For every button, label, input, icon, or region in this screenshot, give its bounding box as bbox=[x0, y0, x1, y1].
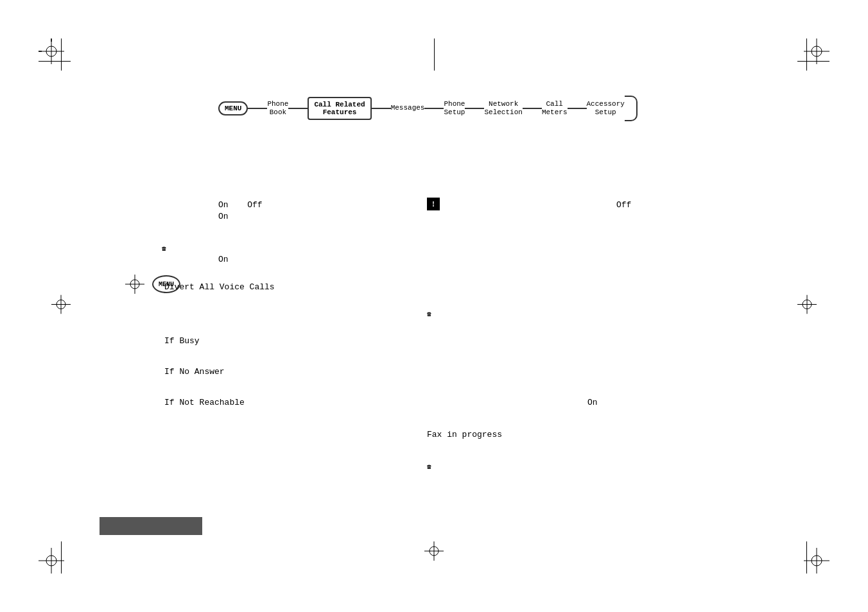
crosshair-left bbox=[125, 275, 144, 294]
on-3: On bbox=[218, 255, 229, 264]
accessory-setup-label: Accessory Setup bbox=[587, 100, 625, 117]
if-no-answer-label: If No Answer bbox=[164, 366, 225, 377]
phone-icon-row3: ☎︎ bbox=[427, 461, 431, 472]
nav-item-phone-setup[interactable]: Phone Setup bbox=[444, 100, 465, 117]
row-on-off-1: On Off bbox=[218, 199, 263, 210]
corner-line-tr bbox=[806, 38, 807, 71]
nav-item-network-selection[interactable]: Network Selection bbox=[484, 100, 522, 117]
nav-item-accessory-setup[interactable]: Accessory Setup bbox=[587, 100, 625, 117]
menu-button[interactable]: MENU bbox=[218, 101, 248, 115]
divert-text: Divert All Voice Calls bbox=[164, 282, 275, 292]
phone-icon-row2: ☎︎ bbox=[427, 308, 431, 319]
nav-item-call-related[interactable]: Call Related Features bbox=[308, 97, 371, 120]
if-not-reachable-label: If Not Reachable bbox=[164, 396, 245, 408]
on-label-1: On bbox=[218, 200, 229, 210]
row-on-2: On bbox=[218, 210, 229, 222]
nav-connector-0 bbox=[248, 108, 267, 109]
nav-connector-2 bbox=[372, 108, 391, 109]
if-busy-label: If Busy bbox=[164, 335, 200, 346]
on-label-row3: On bbox=[218, 253, 229, 265]
menu-label: MENU bbox=[225, 105, 241, 112]
phone-setup-label: Phone Setup bbox=[444, 100, 465, 117]
nav-connector-4 bbox=[465, 108, 484, 109]
reg-mark-tl bbox=[39, 38, 64, 64]
off-label-right: Off bbox=[616, 199, 631, 210]
phone-book-label: Phone Book bbox=[267, 100, 288, 116]
on-5: On bbox=[587, 398, 598, 407]
h-line-tr bbox=[797, 61, 829, 62]
nav-connector-3 bbox=[424, 108, 444, 109]
nav-connector-1 bbox=[288, 108, 308, 109]
top-center-line bbox=[434, 38, 435, 71]
warning-icon-container: ! bbox=[427, 198, 440, 210]
nav-item-phone-book[interactable]: Phone Book bbox=[267, 100, 288, 117]
reg-mark-br bbox=[804, 548, 829, 574]
nav-connector-6 bbox=[568, 108, 587, 109]
crosshair-right-mid bbox=[797, 295, 817, 318]
corner-line-bl bbox=[61, 541, 62, 574]
phone-icon-3: ☎︎ bbox=[427, 463, 431, 471]
phone-icon-1: ☎︎ bbox=[162, 245, 166, 253]
crosshair-left-mid bbox=[51, 295, 71, 318]
nav-item-messages[interactable]: Messages bbox=[391, 104, 425, 112]
reg-mark-bl bbox=[39, 548, 64, 574]
crosshair-bottom-center bbox=[424, 541, 444, 564]
divert-label: Divert All Voice Calls bbox=[164, 281, 275, 293]
h-line-tl bbox=[39, 61, 71, 62]
corner-line-br bbox=[806, 541, 807, 574]
call-related-label: Call Related Features bbox=[314, 101, 365, 116]
if-busy-text: If Busy bbox=[164, 336, 200, 346]
if-not-reachable-text: If Not Reachable bbox=[164, 398, 245, 407]
fax-text: Fax in progress bbox=[427, 430, 502, 439]
phone-icon-2: ☎︎ bbox=[427, 310, 431, 318]
network-selection-label: Network Selection bbox=[484, 100, 522, 117]
reg-mark-tr bbox=[804, 38, 829, 64]
gray-box bbox=[100, 517, 202, 535]
if-no-answer-text: If No Answer bbox=[164, 367, 225, 377]
nav-end-bracket bbox=[625, 96, 638, 121]
off-right: Off bbox=[616, 200, 631, 210]
nav-item-call-meters[interactable]: Call Meters bbox=[542, 100, 568, 117]
messages-label: Messages bbox=[391, 104, 425, 112]
call-related-box: Call Related Features bbox=[308, 97, 371, 120]
nav-bar: MENU Phone Book Call Related Features Me… bbox=[218, 96, 638, 121]
call-meters-label: Call Meters bbox=[542, 100, 568, 117]
warning-icon: ! bbox=[427, 198, 440, 210]
corner-line-tl bbox=[61, 38, 62, 71]
phone-icon-row1: ☎︎ bbox=[162, 242, 166, 254]
nav-connector-5 bbox=[523, 108, 542, 109]
fax-label: Fax in progress bbox=[427, 429, 502, 440]
on-label-2: On bbox=[218, 212, 229, 221]
on-label-row5: On bbox=[587, 396, 598, 408]
off-label-1: Off bbox=[247, 200, 262, 210]
